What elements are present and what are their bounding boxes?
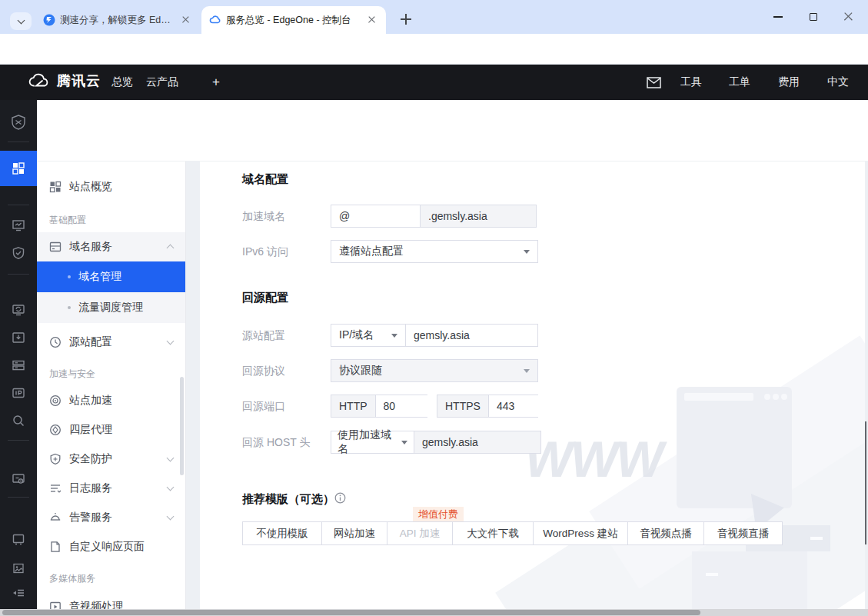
alarm-bell-icon: [49, 511, 62, 524]
browser-tab-active[interactable]: 服务总览 - EdgeOne - 控制台: [201, 6, 386, 34]
queue-list-icon[interactable]: [0, 580, 37, 606]
new-tab-button[interactable]: [397, 10, 415, 28]
server-icon[interactable]: [0, 352, 37, 378]
sidebar-item-custom-response-page[interactable]: 自定义响应页面: [37, 532, 185, 561]
template-wordpress[interactable]: WordPress 建站: [533, 521, 628, 545]
chevron-down-icon: [167, 338, 175, 345]
sidebar-item-site-overview[interactable]: 站点概览: [37, 172, 185, 201]
chevron-down-icon: [167, 455, 175, 462]
close-tab-icon[interactable]: [366, 14, 378, 26]
protocol-select[interactable]: 协议跟随: [331, 359, 538, 382]
image-icon[interactable]: [0, 555, 37, 581]
caret-down-icon: [391, 334, 397, 338]
ipv6-select[interactable]: 遵循站点配置: [331, 240, 538, 263]
add-domain-form-card: WWW 域名配置 加速域名 .gemsly.asia IPv6 访问 遵循站点配…: [200, 161, 865, 616]
sidebar-item-label: 流量调度管理: [78, 301, 143, 315]
bullet-icon: [68, 306, 71, 309]
template-live[interactable]: 音视频直播: [703, 521, 783, 545]
monitor-chart-icon[interactable]: [0, 212, 37, 238]
template-api-accel[interactable]: API 加速: [387, 521, 453, 545]
sidebar-item-label: 告警服务: [69, 511, 112, 524]
sidebar-item-log-service[interactable]: 日志服务: [37, 474, 185, 503]
sidebar-item-label: 四层代理: [69, 423, 112, 437]
horizontal-scrollbar-thumb[interactable]: [2, 610, 700, 615]
origin-type-value: IP/域名: [339, 328, 374, 342]
http-port-input[interactable]: [376, 395, 428, 417]
close-tab-icon[interactable]: [180, 14, 192, 26]
nav-tickets[interactable]: 工单: [729, 65, 750, 100]
edgeone-logo-icon[interactable]: [0, 109, 37, 135]
host-mode-select[interactable]: 使用加速域名: [331, 431, 414, 454]
templates-title: 推荐模版（可选）: [242, 492, 334, 507]
nav-billing[interactable]: 费用: [778, 65, 800, 100]
tencent-cloud-logo[interactable]: 腾讯云: [28, 72, 101, 90]
paid-addon-badge: 增值付费: [413, 507, 464, 521]
sidebar-item-domain-management[interactable]: 域名管理: [37, 261, 185, 292]
sidebar-item-site-acceleration[interactable]: 站点加速: [37, 386, 185, 415]
overview-grid-icon: [49, 181, 62, 193]
log-list-icon: [49, 482, 62, 494]
window-maximize-button[interactable]: [796, 0, 831, 34]
template-large-file[interactable]: 大文件下载: [452, 521, 534, 545]
monitor-sync-icon[interactable]: [0, 297, 37, 323]
nav-tools[interactable]: 工具: [680, 65, 702, 100]
sidebar-item-l4-proxy[interactable]: 四层代理: [37, 415, 185, 445]
target-icon: [49, 395, 62, 407]
template-vod[interactable]: 音视频点播: [627, 521, 704, 545]
shield-check-icon[interactable]: [0, 240, 37, 266]
download-icon[interactable]: [0, 325, 37, 351]
ipv6-selected-value: 遵循站点配置: [339, 245, 404, 258]
sidebar-item-label: 日志服务: [69, 481, 112, 495]
brand-name: 腾讯云: [57, 72, 101, 90]
http-port-group: HTTP: [331, 395, 427, 418]
port-label: 回源端口: [242, 395, 285, 418]
decorative-watermark: WWW: [496, 362, 865, 616]
caret-down-icon: [524, 369, 530, 373]
chevron-down-icon: [167, 513, 175, 521]
messages-button[interactable]: [647, 65, 661, 100]
sidebar: 站点概览 基础配置 域名服务 域名管理 流量调度管理: [37, 161, 186, 616]
https-port-input[interactable]: [489, 395, 538, 417]
page-icon: [49, 541, 62, 553]
sidebar-item-label: 域名服务: [69, 240, 112, 254]
info-icon[interactable]: [334, 492, 346, 504]
search-icon[interactable]: [0, 408, 37, 434]
origin-address-input[interactable]: [405, 324, 538, 347]
horizontal-scrollbar[interactable]: [0, 609, 868, 616]
ipv6-label: IPv6 访问: [242, 240, 288, 263]
monitor-gear-icon[interactable]: [0, 466, 37, 492]
sidebar-item-alarm-service[interactable]: 告警服务: [37, 503, 185, 532]
sidebar-group-domain-service: 域名服务 域名管理 流量调度管理: [37, 232, 185, 323]
accel-domain-input[interactable]: [331, 205, 421, 228]
ip-icon[interactable]: [0, 380, 37, 406]
host-header-label: 回源 HOST 头: [242, 431, 310, 454]
sidebar-item-label: 安全防护: [69, 452, 112, 466]
tencent-cloud-navbar: 腾讯云 总览 云产品 + 工具 工单 费用 中文: [0, 65, 868, 100]
sidebar-item-traffic-scheduling[interactable]: 流量调度管理: [37, 292, 185, 323]
nav-overview[interactable]: 总览: [111, 65, 133, 100]
template-no-template[interactable]: 不使用模版: [242, 521, 322, 545]
nav-products[interactable]: 云产品: [146, 65, 178, 100]
tab-title: 测速分享，解锁更多 EdgeOne: [60, 14, 175, 27]
rail-dashboard-active[interactable]: [0, 151, 37, 186]
terminal-icon[interactable]: [0, 526, 37, 552]
nav-language[interactable]: 中文: [827, 65, 849, 100]
window-close-button[interactable]: [831, 0, 866, 34]
template-website-accel[interactable]: 网站加速: [321, 521, 387, 545]
sidebar-item-security-protection[interactable]: 安全防护: [37, 445, 185, 474]
window-edge: [865, 421, 866, 544]
nav-add-button[interactable]: +: [212, 65, 220, 100]
sidebar-item-domain-service[interactable]: 域名服务: [37, 232, 185, 261]
browser-tab-inactive[interactable]: 测速分享，解锁更多 EdgeOne: [35, 6, 200, 34]
accel-domain-label: 加速域名: [242, 205, 285, 228]
sidebar-scrollbar[interactable]: [180, 377, 184, 475]
tab-search-button[interactable]: [10, 12, 32, 30]
origin-type-select[interactable]: IP/域名: [331, 324, 406, 347]
http-chip: HTTP: [331, 395, 376, 417]
chevron-down-icon: [17, 16, 25, 24]
minimize-icon: [773, 16, 783, 18]
origin-label: 源站配置: [242, 324, 285, 347]
window-minimize-button[interactable]: [760, 0, 796, 34]
browser-illustration: [677, 387, 792, 508]
sidebar-item-origin-config[interactable]: 源站配置: [37, 328, 185, 357]
